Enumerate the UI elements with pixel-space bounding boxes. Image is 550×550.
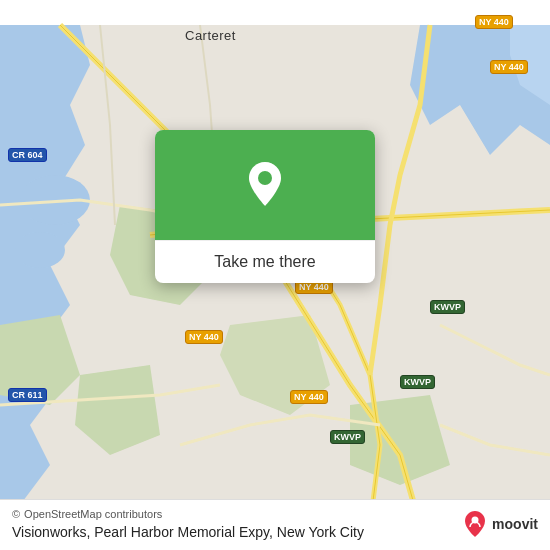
location-pin-icon [245,160,285,210]
moovit-pin-icon [462,510,488,538]
road-label-cr604: CR 604 [8,148,47,162]
road-label-ny440-tr1: NY 440 [475,15,513,29]
copyright-text: OpenStreetMap contributors [24,508,162,520]
copyright-symbol: © [12,508,20,520]
road-label-kwvp-3: KWVP [330,430,365,444]
moovit-text: moovit [492,516,538,532]
road-label-cr611: CR 611 [8,388,47,402]
take-me-there-button[interactable]: Take me there [155,240,375,283]
road-label-kwvp-1: KWVP [430,300,465,314]
copyright-line: © OpenStreetMap contributors [12,508,538,520]
road-label-ny440-4: NY 440 [290,390,328,404]
road-label-kwvp-2: KWVP [400,375,435,389]
location-title: Visionworks, Pearl Harbor Memorial Expy,… [12,524,538,540]
road-label-ny440-tr2: NY 440 [490,60,528,74]
place-label-carteret: Carteret [185,28,236,43]
moovit-logo: moovit [462,510,538,538]
popup-map-preview [155,130,375,240]
svg-point-2 [15,232,65,268]
road-label-ny440-3: NY 440 [185,330,223,344]
popup-card: Take me there [155,130,375,283]
svg-point-5 [258,171,272,185]
map-container: Carteret NY 440 440 NY 440 NY 440 NY 440… [0,0,550,550]
